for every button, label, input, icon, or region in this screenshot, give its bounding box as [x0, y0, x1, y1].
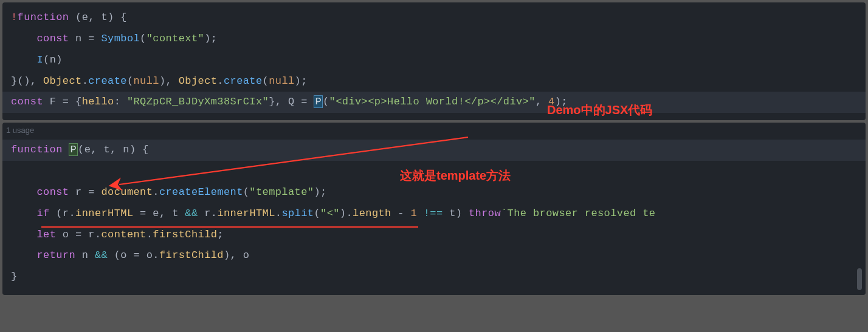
- screenshot-container: !function (e, t) { const n = Symbol("con…: [0, 2, 868, 295]
- bang-operator: !: [11, 12, 18, 23]
- symbol-call: Symbol: [101, 33, 140, 44]
- scrollbar-thumb[interactable]: [857, 268, 862, 290]
- highlighted-line: const F = {hello: "RQZpCR_BJDyXm38SrCIx"…: [2, 92, 866, 113]
- cursor-highlight-P[interactable]: P: [314, 95, 323, 108]
- code-block-bottom[interactable]: function P(e, t, n) { const r = document…: [2, 135, 866, 295]
- annotation-underline: [41, 226, 418, 228]
- code-panel-bottom: 1 usage function P(e, t, n) { const r = …: [2, 123, 866, 295]
- code-block-top[interactable]: !function (e, t) { const n = Symbol("con…: [2, 2, 866, 120]
- function-name-P[interactable]: P: [69, 143, 78, 156]
- highlighted-line: function P(e, t, n) {: [2, 140, 866, 161]
- function-keyword: function: [18, 12, 69, 23]
- const-keyword: const: [36, 33, 69, 44]
- code-panel-top: !function (e, t) { const n = Symbol("con…: [2, 2, 866, 120]
- usage-hint[interactable]: 1 usage: [2, 123, 866, 135]
